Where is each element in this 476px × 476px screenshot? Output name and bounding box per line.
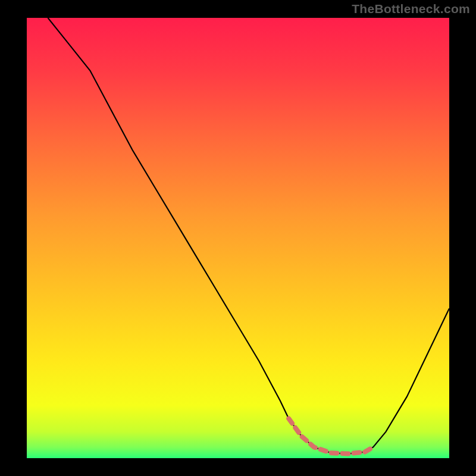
watermark-text: TheBottleneck.com <box>352 2 470 16</box>
gradient-background <box>27 18 449 458</box>
plot-area <box>27 18 449 458</box>
chart-svg <box>27 18 449 458</box>
chart-frame: TheBottleneck.com <box>0 0 476 476</box>
